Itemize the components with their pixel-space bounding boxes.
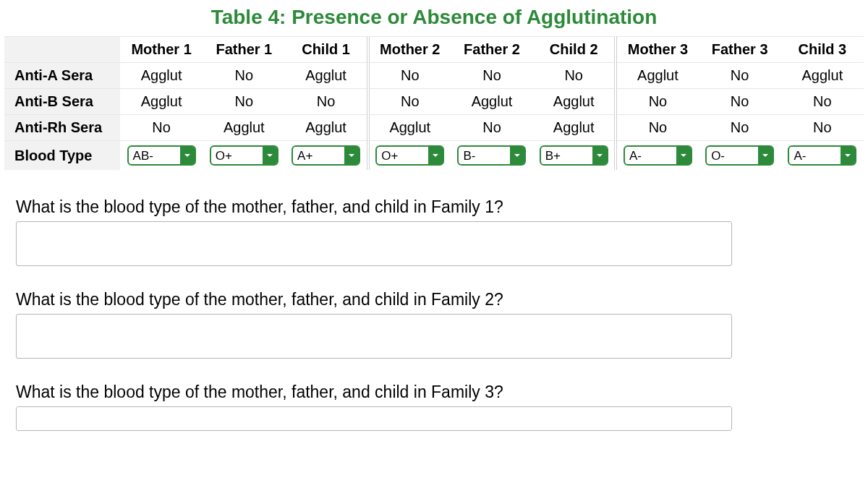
blood-type-value: O+ — [381, 149, 398, 163]
question-3-input[interactable] — [16, 406, 732, 431]
blood-type-cell: A- — [616, 141, 698, 171]
blood-type-value: O- — [711, 149, 725, 163]
cell: No — [203, 89, 285, 115]
table-row: Anti-B SeraAgglutNoNoNoAgglutAgglutNoNoN… — [4, 89, 864, 115]
blood-type-cell: AB- — [120, 141, 203, 171]
blood-type-value: B+ — [545, 149, 561, 163]
cell: No — [451, 63, 533, 89]
row-label: Anti-Rh Sera — [4, 115, 120, 141]
row-label: Anti-A Sera — [4, 63, 120, 89]
chevron-down-icon — [180, 147, 195, 164]
cell: No — [699, 63, 781, 89]
col-father-1: Father 1 — [203, 37, 285, 63]
row-label: Anti-B Sera — [4, 89, 120, 115]
cell: No — [203, 63, 285, 89]
cell: Agglut — [120, 89, 203, 115]
chevron-down-icon — [592, 147, 607, 164]
cell: Agglut — [368, 115, 451, 141]
blood-type-cell: A- — [781, 141, 864, 171]
cell: No — [368, 89, 451, 115]
blood-type-cell: B- — [451, 141, 533, 171]
blood-type-select[interactable]: A- — [624, 145, 692, 166]
cell: No — [616, 89, 698, 115]
chevron-down-icon — [263, 147, 277, 164]
question-1-input[interactable] — [16, 221, 732, 266]
cell: No — [781, 115, 864, 141]
cell: No — [120, 115, 203, 141]
question-2-label: What is the blood type of the mother, fa… — [16, 290, 852, 309]
cell: Agglut — [616, 63, 698, 89]
blood-type-select[interactable]: O- — [705, 145, 774, 166]
chevron-down-icon — [758, 147, 773, 164]
header-row: Mother 1 Father 1 Child 1 Mother 2 Fathe… — [4, 37, 864, 63]
cell: No — [368, 63, 451, 89]
blood-type-cell: A+ — [285, 141, 367, 171]
col-father-3: Father 3 — [699, 37, 781, 63]
col-child-1: Child 1 — [285, 37, 367, 63]
cell: Agglut — [120, 63, 203, 89]
cell: Agglut — [781, 63, 864, 89]
blood-type-select[interactable]: O+ — [375, 145, 444, 166]
questions-section: What is the blood type of the mother, fa… — [4, 197, 864, 435]
blood-type-value: A- — [793, 149, 806, 163]
cell: Agglut — [533, 89, 616, 115]
col-mother-3: Mother 3 — [616, 37, 698, 63]
chevron-down-icon — [676, 147, 691, 164]
blood-type-row: Blood TypeAB-O+A+O+B-B+A-O-A- — [4, 141, 864, 171]
cell: No — [699, 89, 781, 115]
table-row: Anti-A SeraAgglutNoAgglutNoNoNoAgglutNoA… — [4, 63, 864, 89]
blood-type-value: B- — [463, 149, 475, 163]
chevron-down-icon — [841, 147, 855, 164]
col-mother-1: Mother 1 — [120, 37, 203, 63]
col-child-3: Child 3 — [781, 37, 864, 63]
blood-type-value: A+ — [297, 149, 312, 163]
chevron-down-icon — [428, 147, 443, 164]
blood-type-cell: O+ — [368, 141, 451, 171]
cell: No — [285, 89, 367, 115]
table-title: Table 4: Presence or Absence of Agglutin… — [4, 6, 864, 29]
cell: No — [781, 89, 864, 115]
cell: No — [616, 115, 698, 141]
row-label: Blood Type — [4, 141, 120, 171]
blood-type-cell: B+ — [533, 141, 616, 171]
blood-type-select[interactable]: A+ — [292, 145, 360, 166]
chevron-down-icon — [344, 147, 359, 164]
blood-type-value: A- — [629, 149, 642, 163]
cell: No — [699, 115, 781, 141]
cell: Agglut — [533, 115, 616, 141]
col-mother-2: Mother 2 — [368, 37, 451, 63]
blood-type-value: O+ — [216, 149, 232, 163]
blood-type-select[interactable]: O+ — [210, 145, 278, 166]
col-father-2: Father 2 — [451, 37, 533, 63]
blood-type-select[interactable]: B+ — [540, 145, 608, 166]
table-row: Anti-Rh SeraNoAgglutAgglutAgglutNoAgglut… — [4, 115, 864, 141]
chevron-down-icon — [510, 147, 524, 164]
col-child-2: Child 2 — [533, 37, 616, 63]
blood-type-cell: O- — [699, 141, 781, 171]
header-empty — [4, 37, 120, 63]
blood-type-select[interactable]: AB- — [127, 145, 196, 166]
blood-type-value: AB- — [133, 149, 153, 163]
cell: Agglut — [203, 115, 285, 141]
cell: Agglut — [451, 89, 533, 115]
blood-type-cell: O+ — [203, 141, 285, 171]
cell: Agglut — [285, 63, 367, 89]
cell: Agglut — [285, 115, 367, 141]
question-2-input[interactable] — [16, 314, 732, 359]
blood-type-select[interactable]: B- — [457, 145, 526, 166]
agglutination-table: Mother 1 Father 1 Child 1 Mother 2 Fathe… — [4, 36, 864, 170]
cell: No — [533, 63, 616, 89]
question-1-label: What is the blood type of the mother, fa… — [16, 197, 852, 217]
question-3-label: What is the blood type of the mother, fa… — [16, 382, 852, 402]
blood-type-select[interactable]: A- — [788, 145, 856, 166]
cell: No — [451, 115, 533, 141]
